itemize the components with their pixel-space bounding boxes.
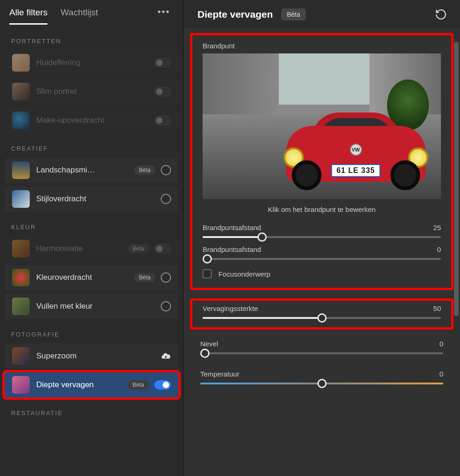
haze-slider: Nevel 0 [200,340,443,354]
filter-label: Diepte vervagen [36,380,128,390]
thumbnail-icon [12,376,30,394]
tab-all-filters[interactable]: Alle filters [9,5,47,25]
focus-subject-checkbox[interactable] [203,269,212,278]
toggle[interactable] [154,244,171,253]
filter-label: Huideffening [36,58,154,67]
brandpunt-group: Brandpunt VW 61 LE 335 Klik om het brand… [190,33,453,290]
radio-toggle[interactable] [161,272,171,283]
slider-label: Vervagingssterkte [203,304,258,312]
toggle[interactable] [154,116,171,125]
filter-label: Harmonisatie [36,244,128,253]
section-photography: FOTOGRAFIE [0,321,183,342]
filter-harmonization[interactable]: Harmonisatie Bèta [5,236,178,261]
cloud-download-icon[interactable] [161,351,171,361]
sidebar-tabs: Alle filters Wachtlijst ••• [0,5,183,27]
radio-toggle[interactable] [161,194,171,204]
filter-depth-blur[interactable]: Diepte vervagen Bèta [5,372,178,397]
filter-skin-smoothing[interactable]: Huideffening [5,50,178,75]
focal-distance-slider: Brandpuntsafstand 25 [203,224,441,238]
license-plate: 61 LE 335 [331,164,381,177]
slider-thumb[interactable] [257,232,267,242]
properties-panel: Diepte vervagen Bèta Brandpunt VW 61 LE … [184,0,460,476]
beta-badge: Bèta [134,273,155,282]
slider-value[interactable]: 50 [433,304,441,312]
focus-subject-label: Focusonderwerp [218,270,270,278]
brandpunt-title: Brandpunt [203,42,441,50]
toggle[interactable] [154,380,171,390]
panel-title: Diepte vervagen [197,9,273,20]
thumbnail-icon [12,112,30,129]
radio-toggle[interactable] [161,165,171,175]
scrollbar[interactable] [454,42,459,316]
beta-badge: Bèta [128,380,149,390]
reset-icon[interactable] [435,8,447,20]
blur-strength-group: Vervagingssterkte 50 [190,298,453,330]
slider-thumb[interactable] [200,349,210,358]
temperature-slider: Temperatuur 0 [200,370,443,384]
slider-track[interactable] [203,236,441,238]
filter-style-transfer[interactable]: Stijloverdracht [5,186,178,212]
thumbnail-icon [12,240,30,258]
filter-label: Vullen met kleur [36,302,161,311]
more-options-icon[interactable]: ••• [154,5,174,19]
filter-landscape-mixer[interactable]: Landschapsmi… Bèta [5,158,178,183]
tab-watchlist[interactable]: Wachtlijst [60,5,98,25]
thumbnail-icon [12,347,30,365]
slider-track[interactable] [203,317,441,319]
slider-label: Temperatuur [200,370,239,378]
section-portraits: PORTRETTEN [0,27,183,48]
beta-badge: Bèta [128,244,149,253]
filter-color-transfer[interactable]: Kleuroverdracht Bèta [5,265,178,290]
toggle[interactable] [154,58,171,67]
slider-value[interactable]: 0 [437,245,441,253]
vw-logo-icon: VW [350,144,362,156]
filter-superzoom[interactable]: Superzoom [5,344,178,369]
slider-value[interactable]: 0 [440,370,443,378]
slider-track[interactable] [203,258,441,260]
slider-track[interactable] [200,352,443,354]
preview-image[interactable]: VW 61 LE 335 [203,53,441,199]
filter-label: Superzoom [36,351,161,361]
focus-subject-row: Focusonderwerp [203,269,441,278]
filters-sidebar: Alle filters Wachtlijst ••• PORTRETTEN H… [0,0,184,476]
beta-badge: Bèta [281,8,306,20]
filter-label: Kleuroverdracht [36,273,134,282]
haze-group: Nevel 0 [190,338,453,360]
slider-thumb[interactable] [317,313,327,323]
toggle[interactable] [154,87,171,96]
filter-colorize[interactable]: Vullen met kleur [5,294,178,319]
beta-badge: Bèta [134,165,155,175]
filter-smart-portrait[interactable]: Slim portret [5,79,178,104]
slider-track[interactable] [200,383,443,384]
thumbnail-icon [12,190,30,208]
filter-label: Stijloverdracht [36,194,161,204]
radio-toggle[interactable] [161,301,171,311]
section-color: KLEUR [0,213,183,234]
temperature-group: Temperatuur 0 [190,368,453,390]
filter-label: Slim portret [36,87,154,96]
filter-label: Make-upoverdracht [36,116,154,125]
panel-header: Diepte vervagen Bèta [184,0,460,27]
thumbnail-icon [12,83,30,100]
slider-thumb[interactable] [203,254,212,264]
slider-value[interactable]: 0 [440,340,443,348]
thumbnail-icon [12,269,30,286]
section-restoration: RESTAURATIE [0,399,183,420]
slider-label: Brandpuntsafstand [203,224,261,231]
focal-range-slider: Brandpuntsafstand 0 [203,245,441,260]
slider-label: Brandpuntsafstand [203,245,261,253]
section-creative: CREATIEF [0,135,183,156]
thumbnail-icon [12,54,30,72]
panel-body[interactable]: Brandpunt VW 61 LE 335 Klik om het brand… [184,27,460,476]
slider-label: Nevel [200,340,218,348]
filter-label: Landschapsmi… [36,165,134,175]
slider-value[interactable]: 25 [433,224,441,231]
blur-strength-slider: Vervagingssterkte 50 [203,304,441,319]
preview-caption: Klik om het brandpunt te bewerken [203,205,441,213]
thumbnail-icon [12,161,30,179]
filter-makeup-transfer[interactable]: Make-upoverdracht [5,108,178,133]
slider-thumb[interactable] [317,379,327,388]
thumbnail-icon [12,298,30,315]
